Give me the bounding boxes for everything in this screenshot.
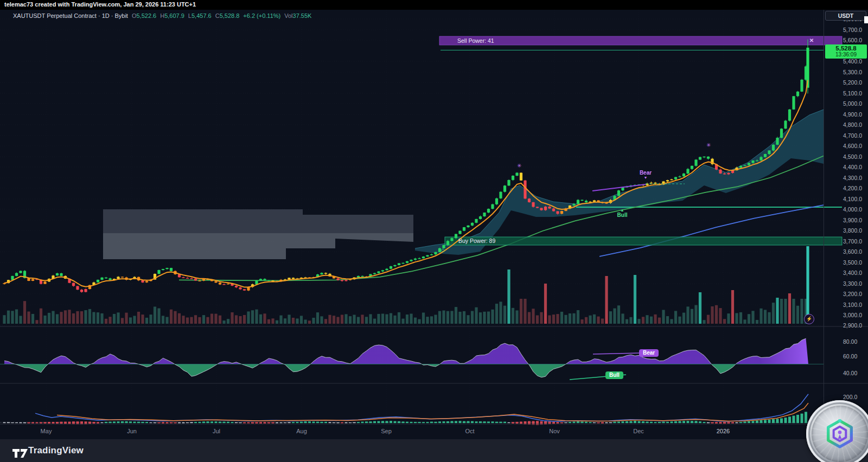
price-tick: 3,000.0	[843, 312, 862, 318]
time-tick: 2026	[711, 428, 735, 434]
price-tick: 5,400.0	[843, 58, 862, 65]
indicator-badge-icon[interactable]: ⚡	[804, 314, 814, 324]
price-tick: 4,000.0	[843, 206, 862, 213]
price-tick: 3,200.0	[843, 291, 862, 297]
main-chart-pane[interactable]	[0, 10, 824, 326]
sell-power-label: Sell Power: 41	[457, 37, 494, 44]
symbol-legend: XAUTUSDT Perpetual Contract · 1D · Bybit…	[13, 11, 311, 20]
price-tick: 4,800.0	[843, 121, 862, 128]
price-tick: 3,400.0	[843, 270, 862, 276]
time-tick: May	[34, 428, 58, 434]
asterisk-marker-icon: ✳	[517, 163, 521, 169]
price-tick: 2,900.0	[843, 322, 862, 329]
price-tick: 4,700.0	[843, 132, 862, 139]
price-tick: 5,100.0	[843, 90, 862, 97]
time-tick: Nov	[542, 428, 566, 434]
change-value: +6.2 (+0.11%)	[243, 12, 280, 19]
volume-value: 37.55K	[293, 12, 312, 19]
high-label: H	[160, 12, 164, 19]
oscillator-bear-tag: Bear	[639, 349, 659, 357]
macd-tick: 200.0	[843, 394, 857, 400]
oscillator-pane[interactable]	[0, 326, 824, 383]
axis-corner-marker	[864, 16, 868, 23]
time-tick: Aug	[290, 428, 314, 434]
asterisk-marker-icon: ✳	[706, 142, 711, 148]
last-price-tag: 5,528.8 13:36:09	[825, 44, 867, 59]
oscillator-tick: 80.00	[843, 338, 857, 345]
price-tick: 4,200.0	[843, 185, 862, 191]
close-label: C	[215, 12, 220, 19]
footer-bar: TradingView	[0, 439, 868, 462]
tradingview-brand[interactable]: TradingView	[28, 445, 84, 456]
price-tick: 5,700.0	[843, 27, 862, 33]
volume-label: Vol	[284, 12, 292, 19]
high-value: 5,607.9	[164, 12, 184, 19]
price-tick: 3,800.0	[843, 227, 862, 234]
time-tick: Dec	[627, 428, 650, 434]
diamond-marker-icon: ◇	[441, 247, 445, 253]
bull-signal-marker: ▲Bull	[611, 208, 633, 217]
down-triangle-icon: ▼	[644, 175, 648, 180]
price-tick: 3,700.0	[843, 238, 862, 245]
bear-signal-marker: Bear▼	[635, 170, 656, 180]
price-tick: 3,900.0	[843, 217, 862, 223]
time-tick: Jun	[120, 428, 144, 434]
price-tick: 3,600.0	[843, 248, 862, 255]
price-tick: 4,900.0	[843, 111, 862, 118]
price-tick: 4,600.0	[843, 143, 862, 149]
oscillator-tick: 60.00	[843, 353, 857, 360]
currency-unit-button[interactable]: USDT	[825, 11, 866, 21]
price-tick: 5,000.0	[843, 100, 862, 107]
coin-hexagon-logo-icon	[825, 419, 855, 449]
price-tick: 3,300.0	[843, 280, 862, 287]
time-tick: Oct	[458, 428, 482, 434]
creator-line: telemac73 created with TradingView.com, …	[4, 1, 196, 8]
candle-countdown: 13:36:09	[835, 52, 857, 58]
open-value: 5,522.6	[136, 12, 156, 19]
oscillator-bull-tag: Bull	[605, 371, 623, 379]
low-value: 5,457.6	[192, 12, 212, 19]
tradingview-window: telemac73 created with TradingView.com, …	[0, 0, 868, 462]
price-tick: 4,400.0	[843, 164, 862, 170]
close-icon[interactable]: ✕	[808, 37, 815, 44]
price-tick: 4,100.0	[843, 196, 862, 202]
price-tick: 4,500.0	[843, 153, 862, 160]
time-tick: Sep	[374, 428, 398, 434]
symbol-title[interactable]: XAUTUSDT Perpetual Contract · 1D · Bybit	[13, 12, 128, 19]
close-value: 5,528.8	[220, 12, 240, 19]
tradingview-logo-icon[interactable]	[12, 448, 28, 458]
macd-pane[interactable]	[0, 383, 824, 424]
price-tick: 5,300.0	[843, 69, 862, 75]
buy-power-label: Buy Power: 89	[458, 238, 495, 244]
price-tick: 4,300.0	[843, 175, 862, 181]
last-price-value: 5,528.8	[835, 45, 856, 52]
time-tick: Jul	[205, 428, 228, 434]
price-tick: 3,500.0	[843, 259, 862, 266]
price-tick: 3,100.0	[843, 301, 862, 308]
price-tick: 5,600.0	[843, 37, 862, 43]
oscillator-tick: 40.00	[843, 370, 857, 376]
price-tick: 5,200.0	[843, 79, 862, 86]
